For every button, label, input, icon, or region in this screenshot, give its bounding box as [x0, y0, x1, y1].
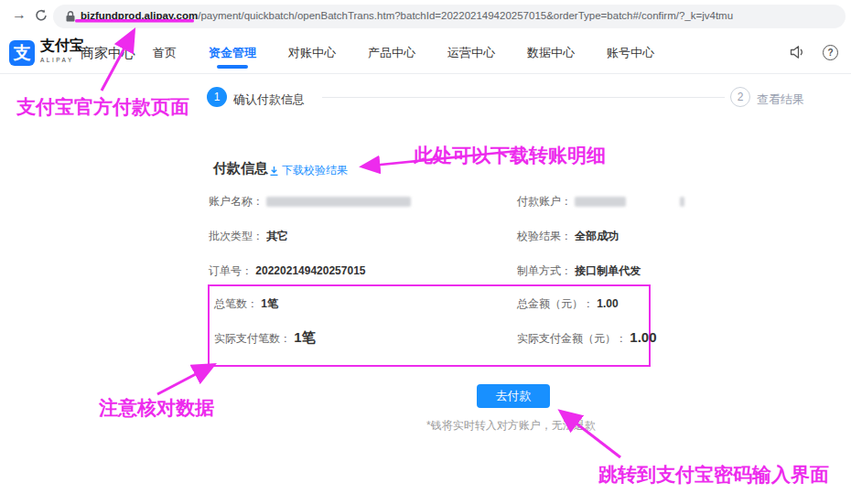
field-label: 实际支付笔数： — [214, 332, 291, 345]
forward-icon[interactable]: → — [12, 6, 27, 23]
annotation-verify-data: 注意核对数据 — [99, 395, 214, 421]
screenshot-frame: → bizfundprod.alipay.com/payment/quickba… — [0, 0, 851, 504]
field-label: 总笔数： — [214, 297, 258, 310]
download-verify-link[interactable]: 下载校验结果 — [269, 163, 348, 178]
field-label: 实际支付金额（元）： — [517, 332, 627, 345]
speaker-icon[interactable] — [789, 44, 805, 60]
url-text: bizfundprod.alipay.com/payment/quickbatc… — [81, 10, 733, 21]
arrow-to-summary-box — [157, 365, 213, 394]
help-icon[interactable]: ? — [823, 45, 838, 60]
nav-item-data[interactable]: 数据中心 — [527, 45, 575, 61]
step-1-label: 确认付款信息 — [233, 91, 305, 108]
nav-item-products[interactable]: 产品中心 — [368, 45, 415, 61]
annotation-download-detail: 此处可以下载转账明细 — [414, 143, 606, 168]
download-icon — [269, 166, 279, 177]
field-label: 制单方式： — [517, 264, 572, 277]
field-actual-count: 实际支付笔数： 1笔 — [214, 329, 316, 347]
brand: 支付宝 ALIPAY — [40, 38, 84, 68]
field-total-count: 总笔数： 1笔 — [214, 296, 278, 312]
field-label: 批次类型： — [209, 230, 264, 242]
redacted-account-name — [266, 197, 411, 207]
step-2-badge: 2 — [730, 87, 750, 107]
step-connector — [322, 97, 725, 98]
brand-name: 支付宝 — [40, 38, 84, 53]
redacted-payer-account-suffix — [680, 197, 684, 207]
step-1-badge: 1 — [207, 87, 227, 107]
field-order-number: 订单号： 202202149420257015 — [209, 263, 365, 279]
field-label: 总金额（元）： — [517, 297, 594, 310]
main-nav: 首页 资金管理 对账中心 产品中心 运营中心 数据中心 账号中心 — [153, 45, 654, 61]
url-domain: bizfundprod.alipay.com — [81, 10, 198, 21]
annotation-arrows-overlay — [0, 0, 851, 504]
nav-item-home[interactable]: 首页 — [153, 45, 177, 61]
nav-item-funds[interactable]: 资金管理 — [209, 45, 256, 61]
field-value: 1.00 — [630, 329, 656, 345]
app-header: 支 支付宝 ALIPAY 商家中心 首页 资金管理 对账中心 产品中心 运营中心… — [0, 33, 851, 74]
pay-button[interactable]: 去付款 — [477, 384, 550, 408]
field-value: 1笔 — [294, 329, 315, 345]
section-title: 付款信息 — [213, 160, 268, 177]
annotation-redirect-password: 跳转到支付宝密码输入界面 — [598, 462, 829, 488]
address-bar[interactable]: bizfundprod.alipay.com/payment/quickbatc… — [53, 5, 846, 28]
alipay-logo-icon[interactable]: 支 — [9, 40, 35, 66]
field-verify-result: 校验结果： 全部成功 — [517, 229, 619, 244]
field-order-method: 制单方式： 接口制单代发 — [517, 263, 641, 279]
lock-icon — [65, 10, 76, 23]
merchant-center-link[interactable]: 商家中心 — [81, 45, 135, 62]
pay-note: *钱将实时转入对方账户，无法退款 — [426, 418, 596, 434]
field-value: 接口制单代发 — [575, 264, 641, 277]
field-total-amount: 总金额（元）： 1.00 — [517, 296, 619, 312]
field-label: 账户名称： — [209, 195, 264, 208]
field-label: 校验结果： — [517, 230, 572, 242]
field-batch-type: 批次类型： 其它 — [209, 229, 288, 244]
browser-toolbar: → bizfundprod.alipay.com/payment/quickba… — [0, 0, 851, 34]
field-value: 202202149420257015 — [255, 264, 365, 277]
field-label: 订单号： — [209, 264, 253, 277]
field-value: 全部成功 — [575, 230, 619, 242]
url-path: /payment/quickbatch/openBatchTrans.htm?b… — [198, 10, 733, 21]
download-link-label: 下载校验结果 — [282, 163, 348, 178]
field-label: 付款账户： — [517, 195, 572, 208]
nav-item-operations[interactable]: 运营中心 — [447, 45, 495, 61]
field-payer-account: 付款账户： — [517, 194, 684, 209]
step-2-label: 查看结果 — [757, 91, 804, 108]
reload-icon[interactable] — [34, 8, 48, 23]
field-actual-amount: 实际支付金额（元）： 1.00 — [517, 329, 657, 347]
redacted-payer-account — [575, 197, 626, 207]
nav-item-reconciliation[interactable]: 对账中心 — [288, 45, 336, 61]
field-account-name: 账户名称： — [209, 194, 411, 209]
brand-sub: ALIPAY — [40, 53, 84, 68]
field-value: 1.00 — [597, 297, 618, 310]
field-value: 其它 — [266, 230, 288, 242]
field-value: 1笔 — [261, 297, 278, 310]
annotation-official-page: 支付宝官方付款页面 — [16, 94, 189, 120]
nav-item-account[interactable]: 账号中心 — [607, 45, 654, 61]
